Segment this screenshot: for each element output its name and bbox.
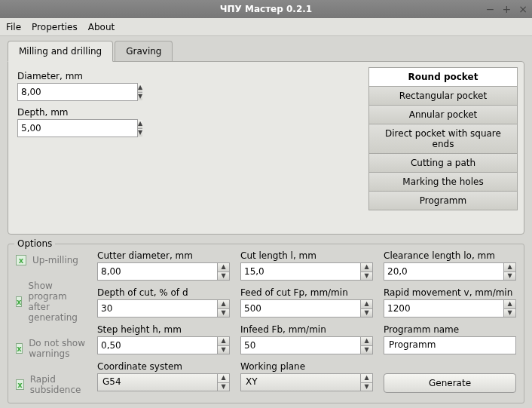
check-icon: x	[16, 379, 24, 390]
working-plane-label: Working plane	[240, 361, 373, 372]
generate-button[interactable]: Generate	[384, 373, 516, 393]
maximize-icon[interactable]: +	[503, 3, 512, 15]
cut-length-label: Cut length l, mm	[240, 250, 373, 261]
tab-panel: Diameter, mm ▲▼ Depth, mm ▲▼ Round pocke…	[8, 61, 524, 235]
step-height-label: Step height h, mm	[97, 324, 230, 335]
clearance-length-label: Clearance length lo, mm	[384, 250, 516, 261]
step-height-input[interactable]: ▲▼	[97, 336, 230, 354]
coord-system-select[interactable]: G54▲▼	[97, 373, 230, 391]
op-programm[interactable]: Programm	[368, 191, 518, 210]
cutter-diameter-label: Cutter diameter, mm	[97, 250, 230, 261]
check-icon: x	[16, 255, 26, 265]
tab-graving[interactable]: Graving	[115, 41, 173, 62]
check-show-program[interactable]: xShow program after generating	[16, 281, 88, 323]
depth-of-cut-input[interactable]: ▲▼	[97, 299, 230, 318]
options-legend: Options	[14, 238, 55, 249]
tab-milling[interactable]: Milling and drilling	[8, 41, 113, 62]
feed-input[interactable]: ▲▼	[240, 299, 373, 318]
rapid-movement-input[interactable]: ▲▼	[384, 299, 516, 318]
feed-label: Feed of cut Fp, mm/min	[240, 287, 373, 298]
infeed-input[interactable]: ▲▼	[240, 336, 373, 354]
op-round-pocket[interactable]: Round pocket	[368, 67, 518, 87]
cutter-diameter-input[interactable]: ▲▼	[97, 262, 230, 281]
op-rect-pocket[interactable]: Rectangular pocket	[368, 86, 518, 106]
coord-system-label: Coordinate system	[97, 361, 230, 372]
window-title: ЧПУ Мастер 0.2.1	[220, 4, 312, 14]
menu-properties[interactable]: Properties	[32, 22, 78, 32]
rapid-movement-label: Rapid movement v, mm/min	[384, 287, 516, 298]
spin-up-icon[interactable]: ▲	[138, 120, 142, 129]
clearance-length-input[interactable]: ▲▼	[384, 262, 516, 281]
op-direct-pocket[interactable]: Direct pocket with square ends	[368, 124, 518, 154]
depth-of-cut-label: Depth of cut, % of d	[97, 287, 230, 298]
titlebar: ЧПУ Мастер 0.2.1 − + ×	[0, 0, 532, 18]
op-marking-holes[interactable]: Marking the holes	[368, 172, 518, 192]
menu-file[interactable]: File	[6, 22, 21, 32]
depth-input[interactable]: ▲▼	[17, 119, 138, 137]
cut-length-input[interactable]: ▲▼	[240, 262, 373, 281]
check-up-milling[interactable]: xUp-milling	[16, 255, 88, 265]
check-rapid-subsidence[interactable]: xRapid subsidence	[16, 374, 88, 395]
depth-label: Depth, mm	[17, 107, 365, 118]
close-icon[interactable]: ×	[518, 3, 527, 15]
spin-down-icon[interactable]: ▼	[138, 93, 142, 101]
diameter-input[interactable]: ▲▼	[17, 83, 138, 101]
working-plane-select[interactable]: XY▲▼	[240, 373, 373, 391]
check-icon: x	[16, 343, 23, 354]
check-no-warnings[interactable]: xDo not show warnings	[16, 338, 88, 359]
spin-up-icon[interactable]: ▲	[138, 84, 142, 93]
menu-about[interactable]: About	[88, 22, 115, 32]
programm-name-input[interactable]: Programm	[384, 336, 516, 354]
spin-down-icon[interactable]: ▼	[138, 129, 142, 137]
options-panel: Options xUp-milling xShow program after …	[8, 244, 524, 403]
status-bar: The point of zero:(0.0 0.0 0.0) Safe hei…	[0, 405, 532, 408]
op-cut-path[interactable]: Cutting a path	[368, 153, 518, 173]
check-icon: x	[16, 296, 22, 307]
diameter-label: Diameter, mm	[17, 71, 365, 81]
menubar: File Properties About	[0, 18, 532, 36]
infeed-label: Infeed Fb, mm/min	[240, 324, 373, 335]
minimize-icon[interactable]: −	[486, 3, 495, 15]
op-annular-pocket[interactable]: Annular pocket	[368, 105, 518, 124]
programm-name-label: Programm name	[384, 324, 516, 335]
operation-list: Round pocket Rectangular pocket Annular …	[368, 68, 518, 228]
